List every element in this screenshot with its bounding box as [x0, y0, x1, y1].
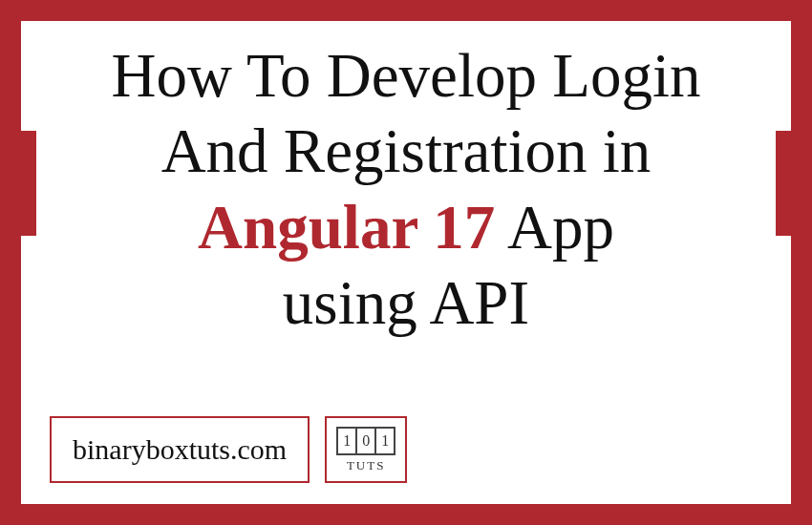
title-line-1: How To Develop Login	[59, 38, 753, 114]
site-name-box: binaryboxtuts.com	[50, 416, 310, 483]
title-highlight: Angular 17	[198, 193, 495, 262]
title-line-3: Angular 17 App	[59, 190, 753, 265]
logo-digit: 1	[338, 429, 357, 453]
decorative-notch-left	[19, 131, 36, 236]
footer-row: binaryboxtuts.com 1 0 1 TUTS	[50, 416, 407, 483]
logo-digit: 1	[376, 429, 395, 453]
logo-box: 1 0 1 TUTS	[325, 416, 407, 483]
title-line-3-rest: App	[495, 193, 614, 262]
logo-icon: 1 0 1 TUTS	[336, 427, 395, 473]
decorative-notch-right	[776, 131, 793, 236]
logo-digits-row: 1 0 1	[336, 427, 395, 455]
logo-label: TUTS	[347, 458, 386, 473]
logo-digit: 0	[357, 429, 376, 453]
title-block: How To Develop Login And Registration in…	[21, 21, 791, 341]
card-frame: How To Develop Login And Registration in…	[19, 19, 793, 506]
title-line-4: using API	[59, 265, 753, 341]
title-line-2: And Registration in	[59, 114, 753, 189]
site-name-text: binaryboxtuts.com	[73, 433, 287, 466]
